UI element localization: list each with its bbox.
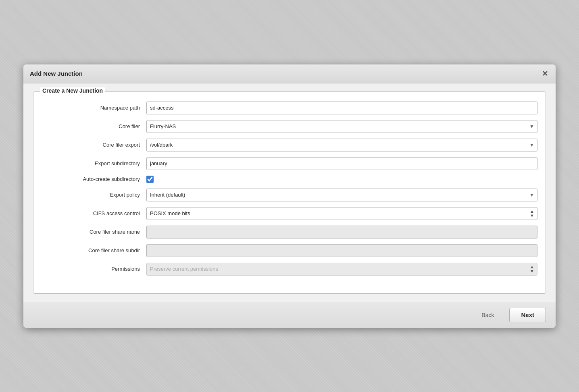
section-title: Create a New Junction: [40, 87, 105, 94]
core-filer-share-subdir-label: Core filer share subdir: [42, 247, 146, 253]
core-filer-label: Core filer: [42, 123, 146, 129]
auto-create-row: Auto-create subdirectory: [42, 176, 537, 183]
dialog-title: Add New Junction: [30, 70, 83, 77]
auto-create-checkbox[interactable]: [146, 176, 154, 183]
core-filer-export-label: Core filer export: [42, 142, 146, 148]
export-subdirectory-label: Export subdirectory: [42, 160, 146, 166]
export-policy-select[interactable]: Inherit (default): [146, 189, 537, 201]
export-policy-control: Inherit (default) ▼: [146, 189, 537, 201]
export-subdirectory-input[interactable]: [146, 157, 537, 170]
namespace-path-control: [146, 102, 537, 114]
namespace-path-label: Namespace path: [42, 105, 146, 111]
core-filer-share-name-control: [146, 226, 537, 239]
dialog-titlebar: Add New Junction ✕: [23, 64, 556, 83]
dialog-footer: Back Next: [23, 302, 556, 328]
next-button[interactable]: Next: [509, 308, 546, 322]
permissions-row: Permissions Preserve current permissions…: [42, 263, 537, 276]
core-filer-share-name-row: Core filer share name: [42, 226, 537, 239]
export-policy-row: Export policy Inherit (default) ▼: [42, 189, 537, 201]
permissions-control: Preserve current permissions ▲ ▼: [146, 263, 537, 276]
core-filer-select[interactable]: Flurry-NAS: [146, 120, 537, 133]
export-subdirectory-row: Export subdirectory: [42, 157, 537, 170]
export-policy-label: Export policy: [42, 192, 146, 198]
auto-create-control: [146, 176, 537, 183]
cifs-access-select[interactable]: POSIX mode bits: [146, 207, 537, 220]
permissions-select: Preserve current permissions: [146, 263, 537, 276]
namespace-path-row: Namespace path: [42, 102, 537, 114]
cifs-access-control: POSIX mode bits ▲ ▼: [146, 207, 537, 220]
dialog-body: Create a New Junction Namespace path Cor…: [23, 83, 556, 302]
back-button[interactable]: Back: [470, 308, 505, 322]
core-filer-share-name-label: Core filer share name: [42, 229, 146, 235]
namespace-path-input[interactable]: [146, 102, 537, 114]
core-filer-share-name-input: [146, 226, 537, 239]
auto-create-label: Auto-create subdirectory: [42, 176, 146, 182]
close-button[interactable]: ✕: [540, 69, 549, 78]
core-filer-export-row: Core filer export /vol/dpark ▼: [42, 139, 537, 151]
core-filer-export-select[interactable]: /vol/dpark: [146, 139, 537, 151]
form-section: Create a New Junction Namespace path Cor…: [33, 91, 546, 294]
core-filer-share-subdir-input: [146, 244, 537, 257]
permissions-label: Permissions: [42, 266, 146, 272]
core-filer-export-control: /vol/dpark ▼: [146, 139, 537, 151]
core-filer-share-subdir-control: [146, 244, 537, 257]
core-filer-row: Core filer Flurry-NAS ▼: [42, 120, 537, 133]
export-subdirectory-control: [146, 157, 537, 170]
add-new-junction-dialog: Add New Junction ✕ Create a New Junction…: [23, 64, 556, 328]
cifs-access-row: CIFS access control POSIX mode bits ▲ ▼: [42, 207, 537, 220]
cifs-access-label: CIFS access control: [42, 210, 146, 216]
core-filer-control: Flurry-NAS ▼: [146, 120, 537, 133]
core-filer-share-subdir-row: Core filer share subdir: [42, 244, 537, 257]
